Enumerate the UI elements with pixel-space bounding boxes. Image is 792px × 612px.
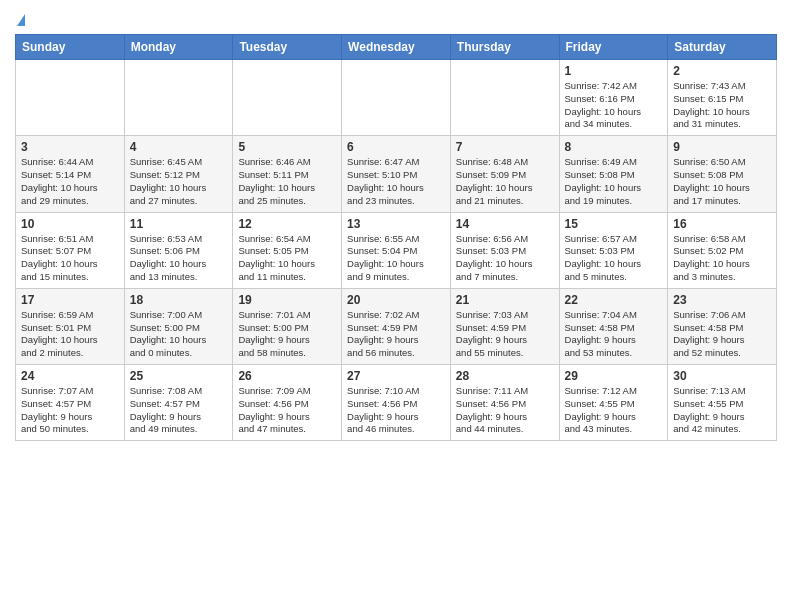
calendar-cell (124, 60, 233, 136)
logo-triangle-icon (17, 14, 25, 26)
calendar-week-row: 1Sunrise: 7:42 AM Sunset: 6:16 PM Daylig… (16, 60, 777, 136)
calendar-cell: 15Sunrise: 6:57 AM Sunset: 5:03 PM Dayli… (559, 212, 668, 288)
calendar-cell: 25Sunrise: 7:08 AM Sunset: 4:57 PM Dayli… (124, 365, 233, 441)
day-info: Sunrise: 7:11 AM Sunset: 4:56 PM Dayligh… (456, 385, 554, 436)
weekday-header: Saturday (668, 35, 777, 60)
day-number: 18 (130, 293, 228, 307)
day-info: Sunrise: 7:00 AM Sunset: 5:00 PM Dayligh… (130, 309, 228, 360)
day-info: Sunrise: 6:57 AM Sunset: 5:03 PM Dayligh… (565, 233, 663, 284)
day-number: 7 (456, 140, 554, 154)
calendar-cell: 8Sunrise: 6:49 AM Sunset: 5:08 PM Daylig… (559, 136, 668, 212)
day-number: 4 (130, 140, 228, 154)
day-info: Sunrise: 6:45 AM Sunset: 5:12 PM Dayligh… (130, 156, 228, 207)
calendar-cell: 1Sunrise: 7:42 AM Sunset: 6:16 PM Daylig… (559, 60, 668, 136)
calendar-cell: 23Sunrise: 7:06 AM Sunset: 4:58 PM Dayli… (668, 288, 777, 364)
day-info: Sunrise: 7:06 AM Sunset: 4:58 PM Dayligh… (673, 309, 771, 360)
day-number: 24 (21, 369, 119, 383)
calendar-cell: 29Sunrise: 7:12 AM Sunset: 4:55 PM Dayli… (559, 365, 668, 441)
day-number: 14 (456, 217, 554, 231)
calendar-cell: 20Sunrise: 7:02 AM Sunset: 4:59 PM Dayli… (342, 288, 451, 364)
day-info: Sunrise: 6:55 AM Sunset: 5:04 PM Dayligh… (347, 233, 445, 284)
day-number: 28 (456, 369, 554, 383)
calendar-cell (16, 60, 125, 136)
calendar-cell: 14Sunrise: 6:56 AM Sunset: 5:03 PM Dayli… (450, 212, 559, 288)
day-info: Sunrise: 7:43 AM Sunset: 6:15 PM Dayligh… (673, 80, 771, 131)
day-number: 27 (347, 369, 445, 383)
calendar-cell: 7Sunrise: 6:48 AM Sunset: 5:09 PM Daylig… (450, 136, 559, 212)
calendar-cell: 6Sunrise: 6:47 AM Sunset: 5:10 PM Daylig… (342, 136, 451, 212)
day-info: Sunrise: 6:56 AM Sunset: 5:03 PM Dayligh… (456, 233, 554, 284)
day-info: Sunrise: 7:03 AM Sunset: 4:59 PM Dayligh… (456, 309, 554, 360)
calendar-cell: 9Sunrise: 6:50 AM Sunset: 5:08 PM Daylig… (668, 136, 777, 212)
calendar-cell: 19Sunrise: 7:01 AM Sunset: 5:00 PM Dayli… (233, 288, 342, 364)
day-info: Sunrise: 6:53 AM Sunset: 5:06 PM Dayligh… (130, 233, 228, 284)
calendar-cell: 10Sunrise: 6:51 AM Sunset: 5:07 PM Dayli… (16, 212, 125, 288)
day-number: 6 (347, 140, 445, 154)
page-header (15, 10, 777, 26)
day-number: 10 (21, 217, 119, 231)
day-number: 29 (565, 369, 663, 383)
weekday-header: Thursday (450, 35, 559, 60)
day-number: 13 (347, 217, 445, 231)
calendar-cell: 12Sunrise: 6:54 AM Sunset: 5:05 PM Dayli… (233, 212, 342, 288)
day-number: 5 (238, 140, 336, 154)
day-info: Sunrise: 6:48 AM Sunset: 5:09 PM Dayligh… (456, 156, 554, 207)
calendar-cell: 13Sunrise: 6:55 AM Sunset: 5:04 PM Dayli… (342, 212, 451, 288)
day-info: Sunrise: 6:59 AM Sunset: 5:01 PM Dayligh… (21, 309, 119, 360)
calendar-cell: 3Sunrise: 6:44 AM Sunset: 5:14 PM Daylig… (16, 136, 125, 212)
day-number: 8 (565, 140, 663, 154)
day-info: Sunrise: 7:12 AM Sunset: 4:55 PM Dayligh… (565, 385, 663, 436)
weekday-header: Tuesday (233, 35, 342, 60)
day-number: 16 (673, 217, 771, 231)
calendar-header-row: SundayMondayTuesdayWednesdayThursdayFrid… (16, 35, 777, 60)
calendar-cell (342, 60, 451, 136)
logo (15, 10, 25, 26)
day-info: Sunrise: 7:02 AM Sunset: 4:59 PM Dayligh… (347, 309, 445, 360)
day-info: Sunrise: 6:46 AM Sunset: 5:11 PM Dayligh… (238, 156, 336, 207)
calendar-cell: 26Sunrise: 7:09 AM Sunset: 4:56 PM Dayli… (233, 365, 342, 441)
calendar-cell: 4Sunrise: 6:45 AM Sunset: 5:12 PM Daylig… (124, 136, 233, 212)
calendar-table: SundayMondayTuesdayWednesdayThursdayFrid… (15, 34, 777, 441)
day-info: Sunrise: 6:54 AM Sunset: 5:05 PM Dayligh… (238, 233, 336, 284)
day-number: 2 (673, 64, 771, 78)
day-info: Sunrise: 6:49 AM Sunset: 5:08 PM Dayligh… (565, 156, 663, 207)
day-info: Sunrise: 6:51 AM Sunset: 5:07 PM Dayligh… (21, 233, 119, 284)
calendar-cell: 24Sunrise: 7:07 AM Sunset: 4:57 PM Dayli… (16, 365, 125, 441)
day-number: 17 (21, 293, 119, 307)
day-info: Sunrise: 6:50 AM Sunset: 5:08 PM Dayligh… (673, 156, 771, 207)
calendar-cell: 28Sunrise: 7:11 AM Sunset: 4:56 PM Dayli… (450, 365, 559, 441)
day-info: Sunrise: 6:44 AM Sunset: 5:14 PM Dayligh… (21, 156, 119, 207)
day-number: 3 (21, 140, 119, 154)
day-number: 11 (130, 217, 228, 231)
calendar-cell: 27Sunrise: 7:10 AM Sunset: 4:56 PM Dayli… (342, 365, 451, 441)
day-info: Sunrise: 7:08 AM Sunset: 4:57 PM Dayligh… (130, 385, 228, 436)
calendar-cell: 16Sunrise: 6:58 AM Sunset: 5:02 PM Dayli… (668, 212, 777, 288)
weekday-header: Monday (124, 35, 233, 60)
calendar-cell: 30Sunrise: 7:13 AM Sunset: 4:55 PM Dayli… (668, 365, 777, 441)
calendar-cell: 2Sunrise: 7:43 AM Sunset: 6:15 PM Daylig… (668, 60, 777, 136)
day-info: Sunrise: 7:42 AM Sunset: 6:16 PM Dayligh… (565, 80, 663, 131)
day-info: Sunrise: 6:58 AM Sunset: 5:02 PM Dayligh… (673, 233, 771, 284)
day-number: 25 (130, 369, 228, 383)
day-info: Sunrise: 6:47 AM Sunset: 5:10 PM Dayligh… (347, 156, 445, 207)
day-number: 26 (238, 369, 336, 383)
day-info: Sunrise: 7:01 AM Sunset: 5:00 PM Dayligh… (238, 309, 336, 360)
calendar-week-row: 10Sunrise: 6:51 AM Sunset: 5:07 PM Dayli… (16, 212, 777, 288)
calendar-cell: 18Sunrise: 7:00 AM Sunset: 5:00 PM Dayli… (124, 288, 233, 364)
calendar-cell: 21Sunrise: 7:03 AM Sunset: 4:59 PM Dayli… (450, 288, 559, 364)
calendar-week-row: 17Sunrise: 6:59 AM Sunset: 5:01 PM Dayli… (16, 288, 777, 364)
calendar-cell: 17Sunrise: 6:59 AM Sunset: 5:01 PM Dayli… (16, 288, 125, 364)
day-number: 22 (565, 293, 663, 307)
calendar-week-row: 24Sunrise: 7:07 AM Sunset: 4:57 PM Dayli… (16, 365, 777, 441)
day-number: 23 (673, 293, 771, 307)
calendar-cell: 11Sunrise: 6:53 AM Sunset: 5:06 PM Dayli… (124, 212, 233, 288)
day-info: Sunrise: 7:07 AM Sunset: 4:57 PM Dayligh… (21, 385, 119, 436)
day-number: 21 (456, 293, 554, 307)
day-number: 20 (347, 293, 445, 307)
day-info: Sunrise: 7:13 AM Sunset: 4:55 PM Dayligh… (673, 385, 771, 436)
day-number: 30 (673, 369, 771, 383)
weekday-header: Friday (559, 35, 668, 60)
day-info: Sunrise: 7:09 AM Sunset: 4:56 PM Dayligh… (238, 385, 336, 436)
calendar-week-row: 3Sunrise: 6:44 AM Sunset: 5:14 PM Daylig… (16, 136, 777, 212)
calendar-cell: 22Sunrise: 7:04 AM Sunset: 4:58 PM Dayli… (559, 288, 668, 364)
